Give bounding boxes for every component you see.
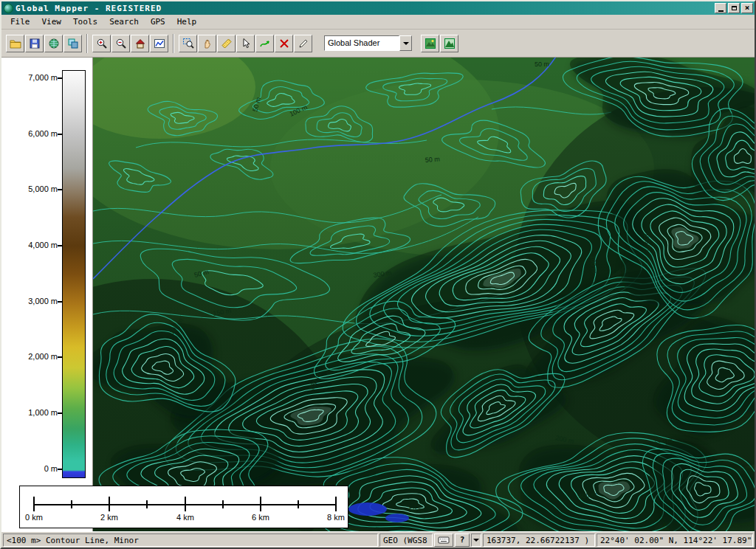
legend-tick [58, 245, 62, 246]
keyboard-icon [438, 536, 450, 545]
scale-label: 0 km [18, 513, 50, 522]
legend-tick [58, 412, 62, 414]
terrain-thumbnail-icon [425, 38, 436, 49]
lake [348, 503, 387, 516]
scale-label: 6 km [244, 513, 277, 522]
zoom-in-button[interactable] [92, 35, 111, 52]
minimize-icon [718, 10, 724, 12]
contour-label: 50 m [409, 506, 424, 514]
toolbar-separator [86, 34, 88, 53]
pan-tool-button[interactable] [198, 35, 216, 52]
elevation-color-ramp [62, 70, 86, 478]
contour-label: 50 m [425, 155, 440, 164]
scale-tick [260, 497, 261, 511]
legend-label: 3,000 m [3, 297, 58, 305]
digitizer-tool-button[interactable] [255, 35, 274, 52]
overlay-control-button[interactable] [63, 35, 82, 52]
menu-help[interactable]: Help [171, 15, 203, 28]
toolbar: Global Shader [1, 30, 755, 58]
elevation-legend-panel: 7,000 m 6,000 m 5,000 m 4,000 m 3,000 m … [1, 58, 93, 531]
overlay-layers-icon [67, 38, 79, 49]
status-cursor-xy: 163737, 22.66722137 ) [483, 534, 595, 547]
close-icon: × [745, 4, 750, 12]
world-data-button[interactable] [44, 35, 63, 52]
open-button[interactable] [6, 35, 24, 52]
status-cursor-dms: 22°40' 02.00" N, 114°22' 17.89" E [597, 534, 753, 547]
pen-icon [298, 38, 309, 49]
toolbar-separator [173, 34, 174, 53]
scale-tick [222, 500, 224, 508]
close-button[interactable]: × [741, 3, 753, 13]
scale-tick [298, 500, 299, 508]
digitizer-curve-icon [259, 38, 271, 49]
legend-label: 5,000 m [3, 184, 58, 193]
menu-bar: File View Tools Search GPS Help [1, 15, 755, 30]
status-tool-hint: <100 m> Contour Line, Minor [3, 534, 378, 547]
hand-icon [202, 38, 213, 49]
open-folder-icon [10, 38, 21, 49]
help-button[interactable]: ? [455, 534, 470, 547]
crop-x-icon [278, 38, 290, 49]
map-canvas[interactable]: 50 m 100 m 50 m 50 m 50 m 150 m 100 m 30… [93, 58, 755, 531]
scale-tick [185, 497, 186, 511]
pointer-tool-button[interactable] [236, 35, 255, 52]
scale-tick [71, 500, 72, 508]
menu-file[interactable]: File [4, 15, 36, 28]
chevron-down-icon [403, 42, 409, 45]
view-3d-button[interactable] [440, 35, 458, 52]
menu-gps[interactable]: GPS [145, 15, 171, 28]
legend-label: 4,000 m [3, 241, 58, 249]
restore-button[interactable] [728, 3, 740, 13]
menu-view[interactable]: View [36, 15, 68, 28]
scale-label: 2 km [93, 513, 126, 522]
zoom-box-tool-button[interactable] [179, 35, 197, 52]
restore-icon [732, 6, 737, 10]
pen-tool-button[interactable] [294, 35, 312, 52]
legend-tick [58, 134, 62, 135]
scale-bar: 0 km 2 km 4 km 6 km 8 km [19, 486, 348, 528]
crop-tool-button[interactable] [275, 35, 293, 52]
path-profile-button[interactable] [150, 35, 168, 52]
shader-options-button[interactable] [421, 35, 439, 52]
zoom-out-icon [115, 38, 127, 49]
content-area: 7,000 m 6,000 m 5,000 m 4,000 m 3,000 m … [1, 58, 755, 531]
legend-tick [58, 469, 62, 470]
full-view-button[interactable] [131, 35, 149, 52]
title-bar: Global Mapper - REGISTERED × [1, 1, 755, 15]
scale-label: 4 km [169, 513, 202, 522]
map-viewport[interactable]: 50 m 100 m 50 m 50 m 50 m 150 m 100 m 30… [93, 58, 755, 531]
minimize-button[interactable] [715, 3, 726, 13]
window-title: Global Mapper - REGISTERED [16, 4, 715, 13]
global-mapper-window: Global Mapper - REGISTERED × File View T… [0, 0, 756, 549]
legend-tick [58, 77, 62, 79]
shader-combo-value: Global Shader [324, 35, 399, 51]
legend-tick [58, 356, 62, 358]
shader-combo-arrow[interactable] [399, 35, 412, 51]
zoom-out-button[interactable] [111, 35, 130, 52]
terrain-3d-icon [444, 38, 456, 49]
legend-label: 2,000 m [3, 352, 58, 361]
scale-tick [33, 497, 35, 511]
legend-label: 1,000 m [3, 408, 58, 417]
zoom-in-icon [96, 38, 108, 49]
status-projection: GEO (WGS8 [379, 534, 433, 547]
profile-chart-icon [154, 38, 165, 49]
measure-tool-button[interactable] [217, 35, 236, 52]
menu-search[interactable]: Search [103, 15, 145, 28]
scale-tick [335, 497, 337, 511]
home-icon [134, 38, 146, 49]
legend-label: 0 m [3, 464, 58, 473]
legend-tick [58, 189, 62, 190]
save-button[interactable] [25, 35, 44, 52]
status-chevron[interactable] [471, 534, 481, 547]
arrow-cursor-icon [240, 38, 252, 49]
status-bar: <100 m> Contour Line, Minor GEO (WGS8 ? … [1, 531, 755, 548]
shader-combo[interactable]: Global Shader [324, 35, 412, 51]
menu-tools[interactable]: Tools [67, 15, 103, 28]
legend-label: 7,000 m [3, 73, 58, 82]
keyboard-button[interactable] [434, 534, 453, 547]
scale-label: 8 km [320, 513, 352, 522]
scale-tick [146, 500, 148, 508]
scale-tick [109, 497, 110, 511]
chevron-down-icon [473, 539, 479, 542]
